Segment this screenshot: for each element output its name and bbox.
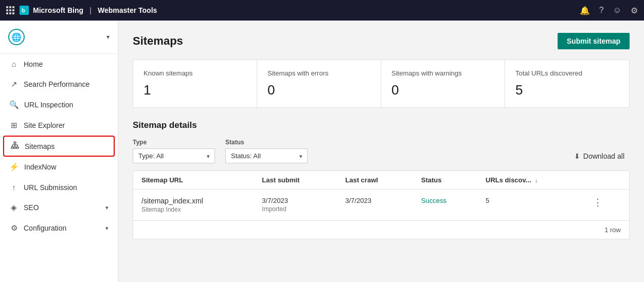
grid-icon: ⊞	[9, 121, 19, 130]
nav-label-search-performance: Search Performance	[24, 80, 109, 88]
waffle-icon	[6, 6, 14, 14]
bing-icon: b	[20, 6, 29, 15]
col-sitemap-url: Sitemap URL	[133, 171, 254, 190]
site-selector-chevron: ▾	[106, 33, 110, 41]
cell-sitemap-url: /sitemap_index.xml Sitemap Index	[133, 190, 254, 221]
sitemap-details-section: Sitemap details Type Type: All Type: Sit…	[133, 120, 630, 239]
nav-item-sitemaps[interactable]: Sitemaps	[3, 136, 115, 157]
nav-item-home[interactable]: ⌂ Home	[0, 54, 118, 74]
nav-item-seo[interactable]: ◈ SEO ▾	[0, 197, 118, 218]
filters-row: Type Type: All Type: Sitemap Type: Index…	[133, 139, 630, 163]
app-suite-button[interactable]	[6, 6, 14, 14]
nav-label-configuration: Configuration	[24, 224, 100, 232]
nav-item-configuration[interactable]: ⚙ Configuration ▾	[0, 218, 118, 238]
col-actions	[583, 171, 629, 190]
main-content: Sitemaps Submit sitemap Known sitemaps 1…	[118, 21, 644, 282]
stat-known-sitemaps-label: Known sitemaps	[144, 69, 246, 77]
table-header: Sitemap URL Last submit Last crawl Statu…	[133, 171, 629, 190]
main-layout: 🌐 ▾ ⌂ Home ↗ Search Performance 🔍 URL In…	[0, 21, 644, 282]
trending-icon: ↗	[9, 80, 19, 89]
config-icon: ⚙	[9, 223, 19, 233]
sitemap-icon	[10, 141, 20, 151]
nav-item-indexnow[interactable]: ⚡ IndexNow	[0, 157, 118, 177]
home-icon: ⌂	[9, 60, 19, 68]
svg-text:b: b	[22, 7, 25, 13]
nav-label-url-submission: URL Submission	[24, 183, 109, 192]
cell-urls-discovered: 5	[477, 190, 583, 221]
nav-item-url-submission[interactable]: ↑ URL Submission	[0, 177, 118, 197]
col-status: Status	[413, 171, 477, 190]
stat-errors-label: Sitemaps with errors	[267, 69, 370, 77]
cell-status: Success	[413, 190, 477, 221]
table-row: /sitemap_index.xml Sitemap Index 3/7/202…	[133, 190, 629, 221]
nav-label-indexnow: IndexNow	[24, 163, 109, 171]
stat-urls-value: 5	[515, 82, 619, 98]
page-header: Sitemaps Submit sitemap	[133, 33, 630, 49]
row-menu-button[interactable]: ⋮	[591, 197, 604, 208]
col-last-submit: Last submit	[254, 171, 337, 190]
row-count: 1 row	[604, 226, 621, 234]
stats-row: Known sitemaps 1 Sitemaps with errors 0 …	[133, 60, 630, 108]
nav-item-search-performance[interactable]: ↗ Search Performance	[0, 74, 118, 95]
topbar-actions: 🔔 ? ☺ ⚙	[580, 6, 638, 15]
help-button[interactable]: ?	[599, 6, 604, 15]
sort-icon: ↓	[535, 177, 538, 183]
svg-rect-3	[11, 147, 13, 148]
nav-label-sitemaps: Sitemaps	[25, 142, 108, 151]
stat-warnings-label: Sitemaps with warnings	[391, 69, 494, 77]
type-filter-group: Type Type: All Type: Sitemap Type: Index	[133, 139, 215, 163]
submit-sitemap-button[interactable]: Submit sitemap	[558, 33, 630, 49]
sitemap-url-text: /sitemap_index.xml	[141, 197, 245, 205]
type-filter-label: Type	[133, 139, 215, 146]
brand-name: Microsoft Bing	[33, 6, 83, 14]
sidebar: 🌐 ▾ ⌂ Home ↗ Search Performance 🔍 URL In…	[0, 21, 118, 282]
svg-rect-5	[16, 147, 19, 148]
sitemap-table-container: Sitemap URL Last submit Last crawl Statu…	[133, 171, 630, 239]
nav-item-url-inspection[interactable]: 🔍 URL Inspection	[0, 95, 118, 115]
search-circle-icon: 🔍	[9, 100, 19, 109]
topbar: b Microsoft Bing | Webmaster Tools 🔔 ? ☺…	[0, 0, 644, 21]
config-expand-icon: ▾	[105, 225, 109, 232]
status-filter-label: Status	[225, 139, 308, 146]
stat-errors-value: 0	[267, 82, 370, 98]
brand-logo: b Microsoft Bing | Webmaster Tools	[20, 6, 157, 15]
notification-button[interactable]: 🔔	[580, 6, 590, 15]
svg-rect-2	[14, 142, 16, 143]
stat-known-sitemaps-value: 1	[144, 82, 246, 98]
seo-expand-icon: ▾	[105, 204, 109, 211]
type-filter-select[interactable]: Type: All Type: Sitemap Type: Index	[133, 148, 215, 163]
cell-last-crawl: 3/7/2023	[337, 190, 413, 221]
sidebar-site-selector[interactable]: 🌐 ▾	[0, 21, 118, 54]
col-urls-discovered[interactable]: URLs discov... ↓	[477, 171, 583, 190]
settings-button[interactable]: ⚙	[631, 6, 638, 15]
status-filter-group: Status Status: All Status: Success Statu…	[225, 139, 308, 163]
nav-label-seo: SEO	[24, 203, 100, 212]
seo-icon: ◈	[9, 203, 19, 212]
download-all-button[interactable]: ⬇ Download all	[569, 149, 630, 163]
download-all-label: Download all	[583, 152, 624, 160]
nav-item-site-explorer[interactable]: ⊞ Site Explorer	[0, 115, 118, 136]
col-last-crawl: Last crawl	[337, 171, 413, 190]
status-select-wrapper: Status: All Status: Success Status: Erro…	[225, 148, 308, 163]
table-footer: 1 row	[133, 220, 629, 239]
user-button[interactable]: ☺	[613, 6, 621, 15]
stat-sitemaps-warnings: Sitemaps with warnings 0	[381, 60, 505, 107]
nav-label-site-explorer: Site Explorer	[24, 121, 109, 129]
sitemap-table: Sitemap URL Last submit Last crawl Statu…	[133, 171, 629, 220]
lightning-icon: ⚡	[9, 162, 19, 172]
stat-total-urls: Total URLs discovered 5	[505, 60, 629, 107]
last-submit-note: Imported	[262, 205, 329, 213]
cell-last-submit: 3/7/2023 Imported	[254, 190, 337, 221]
brand-divider: |	[90, 6, 92, 14]
stat-sitemaps-errors: Sitemaps with errors 0	[257, 60, 381, 107]
stat-known-sitemaps: Known sitemaps 1	[133, 60, 257, 107]
table-body: /sitemap_index.xml Sitemap Index 3/7/202…	[133, 190, 629, 221]
section-title: Sitemap details	[133, 120, 630, 130]
stat-urls-label: Total URLs discovered	[515, 69, 619, 77]
stat-warnings-value: 0	[391, 82, 494, 98]
nav-label-url-inspection: URL Inspection	[24, 101, 109, 109]
urls-discovered-sort[interactable]: URLs discov... ↓	[486, 176, 538, 184]
status-filter-select[interactable]: Status: All Status: Success Status: Erro…	[225, 148, 308, 163]
page-title: Sitemaps	[133, 34, 183, 48]
nav-label-home: Home	[24, 60, 109, 68]
